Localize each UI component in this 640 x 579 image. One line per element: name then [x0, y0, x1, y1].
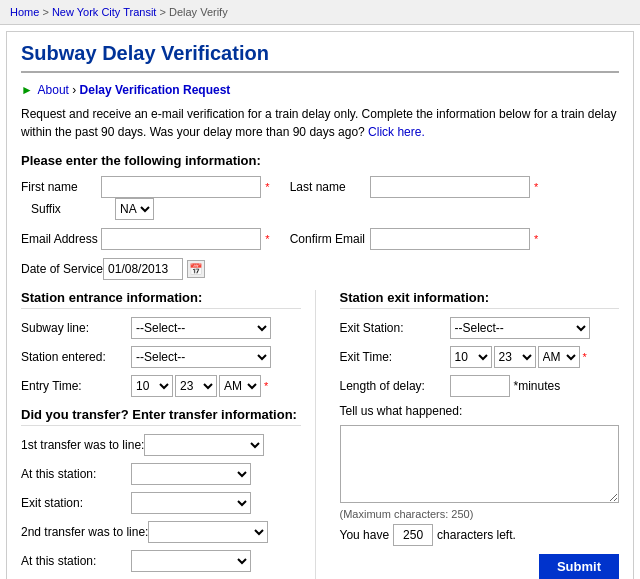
suffix-select[interactable]: NA	[115, 198, 154, 220]
nav-arrow: ►	[21, 83, 33, 97]
length-input[interactable]	[450, 375, 510, 397]
email-input[interactable]	[101, 228, 261, 250]
current-page-link[interactable]: Delay Verification Request	[80, 83, 231, 97]
first-name-label: First name	[21, 180, 101, 194]
submit-button[interactable]: Submit	[539, 554, 619, 579]
exit-station-label: Exit Station:	[340, 321, 450, 335]
date-group: 📅	[103, 258, 205, 280]
breadcrumb-parent[interactable]: New York City Transit	[52, 6, 157, 18]
subway-line-row: Subway line: --Select--	[21, 317, 301, 339]
exit-time-row: Exit Time: 10 23 AM *	[340, 346, 620, 368]
entrance-header: Station entrance information:	[21, 290, 301, 309]
t2-line-label: 2nd transfer was to line:	[21, 525, 148, 539]
last-name-label: Last name	[290, 180, 370, 194]
right-column: Station exit information: Exit Station: …	[336, 290, 620, 579]
transfer-header: Did you transfer? Enter transfer informa…	[21, 407, 301, 426]
entry-minute-select[interactable]: 23	[175, 375, 217, 397]
left-column: Station entrance information: Subway lin…	[21, 290, 316, 579]
t1-line-select[interactable]	[144, 434, 264, 456]
t1-line-label: 1st transfer was to line:	[21, 438, 144, 452]
name-row: First name * Last name * Suffix NA	[21, 176, 619, 220]
email-row: Email Address * Confirm Email *	[21, 228, 619, 250]
t2-line-select[interactable]	[148, 521, 268, 543]
t1-line-row: 1st transfer was to line:	[21, 434, 301, 456]
chars-remaining-text: characters left.	[437, 528, 516, 542]
suffix-group: Suffix NA	[31, 198, 154, 220]
subway-line-select[interactable]: --Select--	[131, 317, 271, 339]
tell-us-label: Tell us what happened:	[340, 404, 463, 418]
date-input[interactable]	[103, 258, 183, 280]
form-section-label: Please enter the following information:	[21, 153, 619, 168]
page-title: Subway Delay Verification	[21, 42, 619, 73]
exit-hour-select[interactable]: 10	[450, 346, 492, 368]
email-label: Email Address	[21, 232, 101, 246]
entry-hour-select[interactable]: 10	[131, 375, 173, 397]
breadcrumb: Home > New York City Transit > Delay Ver…	[0, 0, 640, 25]
exit-time-group: 10 23 AM *	[450, 346, 587, 368]
click-here-link[interactable]: Click here.	[368, 125, 425, 139]
length-unit: *minutes	[514, 379, 561, 393]
char-count-row: You have characters left.	[340, 524, 620, 546]
last-name-input[interactable]	[370, 176, 530, 198]
tell-us-row: Tell us what happened:	[340, 404, 620, 418]
exit-station-select[interactable]: --Select--	[450, 317, 590, 339]
exit-time-required: *	[583, 351, 587, 363]
length-label: Length of delay:	[340, 379, 450, 393]
t2-station-label: At this station:	[21, 554, 131, 568]
date-label: Date of Service	[21, 262, 103, 276]
exit-minute-select[interactable]: 23	[494, 346, 536, 368]
confirm-email-required: *	[534, 233, 538, 245]
breadcrumb-current: Delay Verify	[169, 6, 228, 18]
station-entered-select[interactable]: --Select--	[131, 346, 271, 368]
exit-ampm-select[interactable]: AM	[538, 346, 580, 368]
entry-time-group: 10 23 AM *	[131, 375, 268, 397]
station-entered-label: Station entered:	[21, 350, 131, 364]
length-row: Length of delay: *minutes	[340, 375, 620, 397]
t1-exit-select[interactable]	[131, 492, 251, 514]
entry-ampm-select[interactable]: AM	[219, 375, 261, 397]
email-required: *	[265, 233, 269, 245]
subway-line-label: Subway line:	[21, 321, 131, 335]
t1-exit-row: Exit station:	[21, 492, 301, 514]
max-chars-note: (Maximum characters: 250)	[340, 508, 620, 520]
t2-line-row: 2nd transfer was to line:	[21, 521, 301, 543]
exit-header: Station exit information:	[340, 290, 620, 309]
t2-station-select[interactable]	[131, 550, 251, 572]
exit-time-label: Exit Time:	[340, 350, 450, 364]
description: Request and receive an e-mail verificati…	[21, 105, 619, 141]
entry-time-required: *	[264, 380, 268, 392]
first-name-input[interactable]	[101, 176, 261, 198]
exit-station-row: Exit Station: --Select--	[340, 317, 620, 339]
confirm-email-label: Confirm Email	[290, 232, 370, 246]
tell-us-textarea[interactable]	[340, 425, 620, 503]
breadcrumb-home[interactable]: Home	[10, 6, 39, 18]
main-container: Subway Delay Verification ► About › Dela…	[6, 31, 634, 579]
t2-station-row: At this station:	[21, 550, 301, 572]
confirm-email-input[interactable]	[370, 228, 530, 250]
t1-station-label: At this station:	[21, 467, 131, 481]
calendar-icon[interactable]: 📅	[187, 260, 205, 278]
suffix-label: Suffix	[31, 202, 111, 216]
t1-station-select[interactable]	[131, 463, 251, 485]
first-name-required: *	[265, 181, 269, 193]
date-row: Date of Service 📅	[21, 258, 619, 280]
nav-links: ► About › Delay Verification Request	[21, 83, 619, 97]
char-count-input[interactable]	[393, 524, 433, 546]
t1-exit-label: Exit station:	[21, 496, 131, 510]
last-name-required: *	[534, 181, 538, 193]
station-entered-row: Station entered: --Select--	[21, 346, 301, 368]
entry-time-label: Entry Time:	[21, 379, 131, 393]
about-link[interactable]: About	[38, 83, 69, 97]
you-have-text: You have	[340, 528, 390, 542]
two-col-layout: Station entrance information: Subway lin…	[21, 290, 619, 579]
t1-station-row: At this station:	[21, 463, 301, 485]
entry-time-row: Entry Time: 10 23 AM *	[21, 375, 301, 397]
